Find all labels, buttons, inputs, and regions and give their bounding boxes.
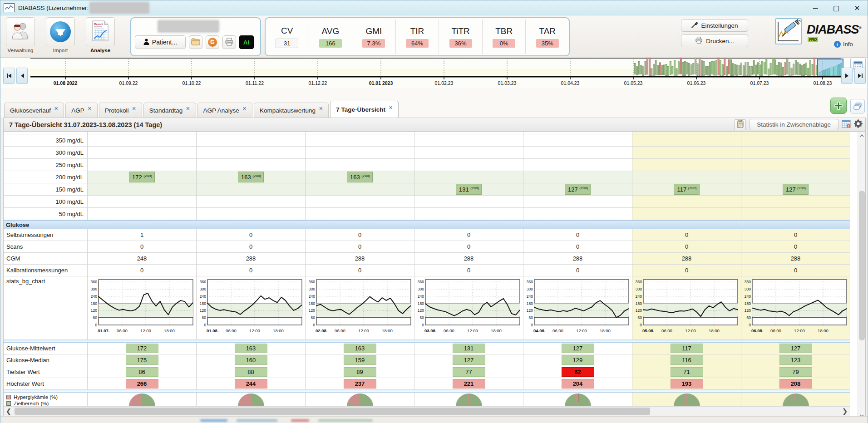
day-cgm-chart: 36030024018012060005.08.06:0012:0018:00 [632,276,741,340]
tab-close-icon[interactable]: ✕ [132,106,136,112]
verwaltung-button[interactable]: Verwaltung [4,17,37,57]
summary-cell: 160 [196,354,305,366]
tab-kompaktauswertung[interactable]: Kompaktauswertung✕ [254,103,329,118]
layout-windows-button[interactable] [850,99,865,113]
stat-titr-value: 36% [449,39,472,48]
stat-avg: AVG166 [309,20,353,54]
tab-close-icon[interactable]: ✕ [319,106,323,112]
count-cell: 288 [632,253,741,265]
scale-cell [523,159,632,171]
vertical-scrollbar[interactable] [858,132,865,419]
count-cell: 288 [305,253,414,265]
folder-button[interactable] [189,35,202,49]
stat-tar-label: TAR [539,26,556,36]
scroll-left-icon[interactable]: ❮ [4,407,14,416]
tab-standardtag[interactable]: Standardtag✕ [143,103,196,118]
date-range-timeline[interactable]: 01.08 202201.09.2201.10.2201.11.2201.12.… [0,58,868,88]
scale-cell [414,159,523,171]
vertical-scroll-thumb[interactable] [859,191,865,340]
count-cell: 0 [196,265,305,276]
count-cell: 0 [414,229,523,241]
add-tab-button[interactable] [830,98,847,114]
summary-value-badge: 131 [453,344,485,353]
svg-text:180: 180 [199,301,206,305]
scale-cell [741,171,850,183]
svg-text:360: 360 [417,280,424,284]
svg-text:240: 240 [90,294,97,298]
copy-image-button[interactable] [734,119,746,130]
svg-text:18:00: 18:00 [382,328,393,333]
scale-cell [87,183,196,196]
einstellungen-button[interactable]: Einstellungen [681,19,748,32]
summary-cell: 172 [87,343,196,354]
summary-value-badge: 127 [562,344,594,353]
minimize-button[interactable]: ─ [805,0,826,15]
tab-close-icon[interactable]: ✕ [242,106,247,112]
scroll-right-icon[interactable]: ❯ [840,407,850,416]
tab-close-icon[interactable]: ✕ [186,106,190,112]
summary-value-badge: 175 [126,355,158,365]
timeline-last-button[interactable] [854,68,866,84]
day-cgm-chart: 36030024018012060002.08.06:0012:0018:00 [305,276,414,340]
svg-text:120: 120 [526,308,533,313]
half-pie-gauge [129,393,155,407]
horizontal-scrollbar[interactable]: ❮ ❯ [4,406,850,416]
maximize-button[interactable]: ▢ [826,0,847,15]
scale-cell [196,147,305,159]
scale-cell: 117 (288) [632,183,741,196]
tab-agp-analyse[interactable]: AGP Analyse✕ [197,103,253,118]
svg-text:01.05.23: 01.05.23 [624,80,643,86]
svg-text:180: 180 [635,301,641,305]
table-view-icon[interactable] [842,120,851,130]
glucose-g-button[interactable]: G [206,35,219,49]
scale-cell: 127 (288) [523,183,632,196]
gear-icon[interactable] [854,119,863,130]
analyse-button[interactable]: Report Analyse [84,17,117,57]
timeline-first-button[interactable] [3,68,15,84]
summary-cell: 244 [196,378,305,390]
summary-row-label: Höchster Wert [4,378,87,390]
import-button[interactable]: Import [44,17,77,57]
scale-cell [523,208,632,220]
tab-close-icon[interactable]: ✕ [389,105,393,111]
legend-label: Hyperglykämie (%) [14,394,58,400]
svg-text:01.01 2023: 01.01 2023 [369,80,393,86]
info-link[interactable]: iInfo [834,41,853,48]
svg-text:12:00: 12:00 [467,328,478,333]
print-quick-button[interactable] [222,35,236,49]
drucken-button[interactable]: Drucken... [681,34,748,47]
svg-text:180: 180 [744,301,750,305]
tab-close-icon[interactable]: ✕ [88,106,92,112]
count-cell: 288 [741,253,850,265]
svg-text:60: 60 [528,315,533,320]
summary-value-badge: 62 [562,367,594,377]
svg-text:06:00: 06:00 [770,328,781,333]
tab-glukoseverlauf[interactable]: Glukoseverlauf✕ [4,103,64,118]
timeline-next-button[interactable] [841,68,853,84]
svg-text:300: 300 [744,287,750,291]
tab-7-tage-uebersicht[interactable]: 7 Tage-Übersicht✕ [330,101,399,118]
count-cell: 0 [414,241,523,253]
import-label: Import [44,48,77,53]
tab-label: Standardtag [149,107,183,114]
svg-text:240: 240 [744,294,750,298]
horizontal-scroll-thumb[interactable] [15,408,650,415]
patient-button[interactable]: Patient... [135,35,186,49]
legend-color-icon [6,395,11,399]
statistik-clipboard-button[interactable]: Statistik in Zwischenablage [749,119,838,130]
tab-close-icon[interactable]: ✕ [54,106,58,112]
timeline-chart[interactable]: 01.08 202201.09.2201.10.2201.11.2201.12.… [0,58,868,88]
scale-row-label: 50 mg/dL [4,208,87,220]
close-button[interactable]: ✕ [847,0,868,15]
scroll-up-icon[interactable] [858,132,866,139]
tab-protokoll[interactable]: Protokoll✕ [99,103,142,118]
count-cell: 0 [523,265,632,276]
svg-text:12:00: 12:00 [249,328,260,333]
summary-value-badge: 221 [453,379,485,389]
ai-button[interactable]: AI [239,35,254,49]
svg-text:360: 360 [526,280,533,284]
svg-text:120: 120 [635,308,641,313]
tab-agp[interactable]: AGP✕ [65,103,98,118]
count-cell: 288 [196,253,305,265]
timeline-prev-button[interactable] [16,68,28,84]
